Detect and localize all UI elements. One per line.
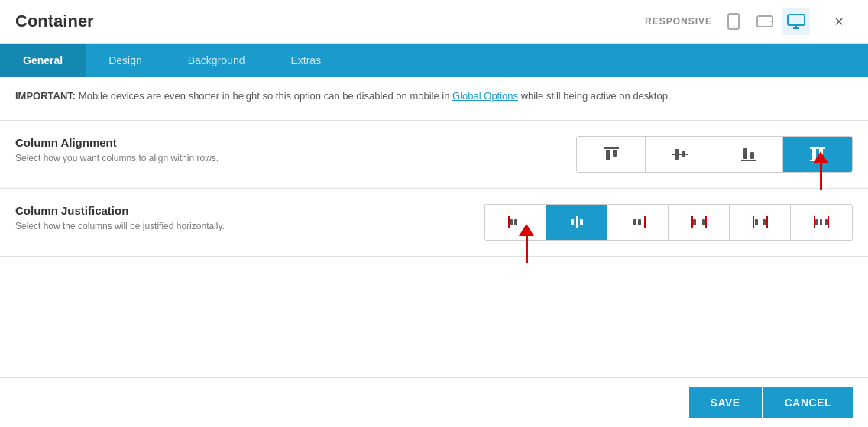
device-icons [720, 8, 810, 35]
modal-title: Container [15, 11, 94, 31]
column-alignment-desc: Select how you want columns to align wit… [15, 153, 576, 163]
svg-rect-32 [702, 219, 705, 225]
header-right: RESPONSIVE [645, 8, 853, 35]
svg-point-1 [733, 26, 734, 27]
modal-header: Container RESPONSIVE [0, 0, 868, 44]
svg-rect-9 [613, 150, 617, 157]
svg-point-3 [770, 21, 772, 22]
justify-space-between-btn[interactable] [669, 205, 730, 240]
save-button[interactable]: SAVE [689, 387, 762, 418]
align-middle-btn[interactable] [646, 137, 714, 172]
svg-rect-4 [788, 15, 805, 25]
svg-rect-31 [693, 219, 696, 225]
desktop-device-btn[interactable] [782, 8, 810, 35]
svg-rect-35 [755, 219, 758, 225]
column-alignment-section: Column Alignment Select how you want col… [0, 121, 868, 189]
tab-background[interactable]: Background [165, 44, 268, 77]
mobile-device-btn[interactable] [720, 8, 747, 35]
notice-prefix: IMPORTANT: [15, 90, 76, 102]
justification-arrow [519, 224, 534, 263]
alignment-arrow [813, 151, 828, 190]
svg-rect-8 [606, 150, 610, 160]
modal-footer: SAVE CANCEL [0, 377, 868, 427]
justify-buttons [484, 204, 853, 241]
column-justification-desc: Select how the columns will be justified… [15, 221, 484, 231]
global-options-link[interactable]: Global Options [452, 90, 518, 102]
justify-space-around-btn[interactable] [730, 205, 791, 240]
svg-rect-40 [820, 219, 822, 225]
align-bottom-btn[interactable] [714, 137, 783, 172]
svg-rect-12 [682, 151, 685, 157]
responsive-label: RESPONSIVE [645, 16, 712, 27]
column-justification-labels: Column Justification Select how the colu… [15, 204, 484, 231]
tab-general[interactable]: General [0, 44, 86, 77]
cancel-button[interactable]: CANCEL [763, 387, 853, 418]
container-modal: Container RESPONSIVE [0, 0, 868, 427]
justify-start-btn[interactable] [485, 205, 546, 240]
notice-suffix: while still being active on desktop. [521, 90, 671, 102]
svg-rect-22 [514, 219, 517, 225]
column-justification-title: Column Justification [15, 204, 484, 217]
column-alignment-labels: Column Alignment Select how you want col… [15, 136, 576, 163]
svg-rect-41 [825, 219, 828, 225]
column-justification-section: Column Justification Select how the colu… [0, 189, 868, 257]
tab-design[interactable]: Design [86, 44, 165, 77]
justify-space-evenly-btn[interactable] [791, 205, 852, 240]
justify-center-btn[interactable] [546, 205, 607, 240]
svg-rect-24 [571, 219, 574, 225]
svg-rect-21 [510, 219, 513, 225]
tab-extras[interactable]: Extras [267, 44, 344, 77]
justify-end-btn[interactable] [607, 205, 669, 240]
svg-rect-11 [675, 149, 679, 160]
tablet-device-btn[interactable] [751, 8, 779, 35]
svg-rect-27 [638, 219, 641, 225]
svg-rect-25 [580, 219, 583, 225]
svg-rect-36 [763, 219, 766, 225]
tabs-bar: General Design Background Extras [0, 44, 868, 77]
svg-rect-28 [633, 219, 636, 225]
close-button[interactable]: × [825, 8, 853, 35]
notice-body: Mobile devices are even shorter in heigh… [79, 90, 452, 102]
svg-rect-14 [743, 148, 747, 159]
modal-body: IMPORTANT: Mobile devices are even short… [0, 77, 868, 377]
svg-rect-39 [815, 219, 818, 225]
svg-rect-15 [750, 152, 754, 159]
align-top-btn[interactable] [577, 137, 646, 172]
notice-section: IMPORTANT: Mobile devices are even short… [0, 77, 868, 121]
sections-wrapper: Column Alignment Select how you want col… [0, 121, 868, 257]
notice-text: IMPORTANT: Mobile devices are even short… [15, 89, 853, 105]
column-alignment-title: Column Alignment [15, 136, 576, 149]
alignment-buttons [576, 136, 853, 173]
